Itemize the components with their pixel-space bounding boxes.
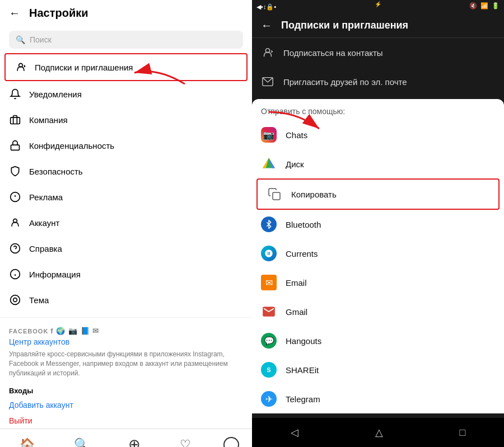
account-center-link[interactable]: Центр аккаунтов: [9, 337, 243, 346]
subscriptions-label: Подписки и приглашения: [35, 63, 133, 72]
hangouts-icon: 💬: [261, 333, 277, 349]
share-item-telegram[interactable]: ✈ Telegram: [252, 384, 504, 413]
help-label: Справка: [29, 244, 62, 253]
share-item-drive[interactable]: Диск: [252, 149, 504, 178]
account-label: Аккаунт: [29, 218, 59, 228]
logout-link[interactable]: Выйти: [0, 413, 252, 429]
copy-label: Копировать: [291, 190, 337, 199]
right-menu-invite-email[interactable]: Пригласить друзей по эл. почте: [252, 67, 504, 96]
chats-label: Chats: [286, 130, 307, 140]
facebook-section: FACEBOOK f 🌍 📷 📘 ✉ Центр аккаунтов Управ…: [0, 317, 252, 380]
company-icon: [9, 114, 21, 126]
privacy-label: Конфиденциальность: [29, 141, 114, 150]
search-bar[interactable]: 🔍 Поиск: [9, 31, 243, 49]
share-item-bluetooth[interactable]: Bluetooth: [252, 210, 504, 239]
right-title: Подписки и приглашения: [281, 20, 408, 31]
svg-point-12: [13, 298, 17, 302]
menu-item-notifications[interactable]: Уведомления: [0, 81, 252, 107]
right-menu-subscribe-contacts[interactable]: Подписаться на контакты: [252, 38, 504, 67]
account-icon: [9, 217, 21, 229]
currents-icon: [261, 246, 277, 261]
gmail-icon: [261, 304, 277, 319]
search-icon: 🔍: [16, 35, 25, 44]
share-item-gmail[interactable]: Gmail: [252, 297, 504, 326]
subscribe-contacts-icon: [261, 46, 274, 59]
ads-icon: [9, 191, 21, 203]
share-dialog-title: Отправить с помощью:: [252, 99, 504, 120]
logins-section-label: Входы: [0, 380, 252, 397]
right-bottom-nav: ◁ △ □: [252, 418, 504, 447]
gmail-label: Gmail: [286, 307, 307, 317]
bluetooth-label: Bluetooth: [286, 220, 321, 229]
menu-item-security[interactable]: Безопасность: [0, 158, 252, 184]
ads-label: Реклама: [29, 192, 63, 202]
share-item-copy[interactable]: Копировать: [256, 178, 500, 210]
left-title: Настройки: [29, 7, 88, 20]
share-item-shareit[interactable]: S SHAREit: [252, 355, 504, 384]
help-icon: [9, 242, 21, 255]
email-icon: ✉: [261, 275, 277, 290]
share-dialog: Отправить с помощью: 📷 Chats Диск Копиро…: [252, 99, 504, 413]
share-item-email[interactable]: ✉ Email: [252, 268, 504, 297]
share-item-currents[interactable]: Currents: [252, 239, 504, 268]
nav-home-icon[interactable]: 🏠: [13, 435, 41, 447]
info-label: Информация: [29, 270, 81, 279]
svg-rect-26: [273, 192, 280, 200]
share-item-hangouts[interactable]: 💬 Hangouts: [252, 326, 504, 355]
security-icon: [9, 165, 21, 177]
menu-item-privacy[interactable]: Конфиденциальность: [0, 133, 252, 158]
drive-label: Диск: [286, 159, 304, 169]
left-panel: ← Настройки 🔍 Поиск Подписки и приглашен…: [0, 0, 252, 447]
notifications-icon: [9, 88, 21, 100]
right-panel: ◀▪↕🔒▪ 🔇 📶 🔋 ⚡ ← Подписки и приглашения П…: [252, 0, 504, 447]
battery-charging-icon: ⚡: [375, 1, 381, 7]
facebook-title: FACEBOOK f 🌍 📷 📘 ✉: [9, 327, 243, 335]
add-account-link[interactable]: Добавить аккаунт: [0, 397, 252, 413]
telegram-icon: ✈: [261, 391, 277, 407]
nav-add-icon[interactable]: ⊕: [122, 434, 147, 447]
menu-item-account[interactable]: Аккаунт: [0, 210, 252, 236]
telegram-label: Telegram: [286, 394, 320, 404]
nav-search-icon[interactable]: 🔍: [67, 435, 96, 447]
left-header: ← Настройки: [0, 0, 252, 26]
battery-icon: 🔋: [492, 2, 500, 10]
back-icon-left[interactable]: ←: [9, 7, 20, 20]
shareit-label: SHAREit: [286, 365, 319, 375]
svg-rect-2: [11, 145, 20, 150]
email-label: Email: [286, 278, 307, 288]
hangouts-label: Hangouts: [286, 336, 321, 346]
drive-icon: [261, 156, 277, 172]
info-icon: [9, 268, 21, 280]
volume-icon: 🔇: [469, 2, 477, 10]
menu-item-subscriptions[interactable]: Подписки и приглашения: [4, 53, 248, 81]
back-icon-right[interactable]: ←: [261, 19, 272, 32]
svg-rect-1: [11, 117, 20, 124]
security-label: Безопасность: [29, 167, 83, 176]
invite-email-label: Пригласить друзей по эл. почте: [283, 77, 407, 87]
search-placeholder: Поиск: [30, 35, 52, 44]
notifications-label: Уведомления: [29, 90, 82, 99]
right-header: ← Подписки и приглашения: [252, 13, 504, 38]
company-label: Компания: [29, 115, 68, 125]
menu-item-ads[interactable]: Реклама: [0, 184, 252, 210]
menu-item-theme[interactable]: Тема: [0, 287, 252, 313]
nav-profile-icon[interactable]: [223, 437, 239, 447]
shareit-icon: S: [261, 362, 277, 378]
fb-icons: f 🌍 📷 📘 ✉: [50, 327, 99, 335]
nav-home-icon-right[interactable]: △: [375, 426, 383, 439]
nav-recents-icon[interactable]: □: [460, 427, 466, 439]
menu-item-company[interactable]: Компания: [0, 107, 252, 133]
facebook-description: Управляйте кросс-сервисными функциями в …: [9, 350, 243, 378]
privacy-icon: [9, 139, 21, 152]
share-item-chats[interactable]: 📷 Chats: [252, 120, 504, 149]
subscriptions-icon: [15, 61, 27, 73]
theme-icon: [9, 294, 21, 306]
nav-heart-icon[interactable]: ♡: [173, 435, 198, 447]
signal-icon: ◀▪↕🔒▪: [256, 3, 276, 11]
copy-icon: [267, 186, 282, 202]
menu-item-help[interactable]: Справка: [0, 236, 252, 261]
nav-back-icon[interactable]: ◁: [291, 426, 298, 439]
status-bar: ◀▪↕🔒▪ 🔇 📶 🔋 ⚡: [252, 0, 504, 13]
menu-item-info[interactable]: Информация: [0, 261, 252, 287]
bluetooth-icon: [261, 217, 277, 232]
